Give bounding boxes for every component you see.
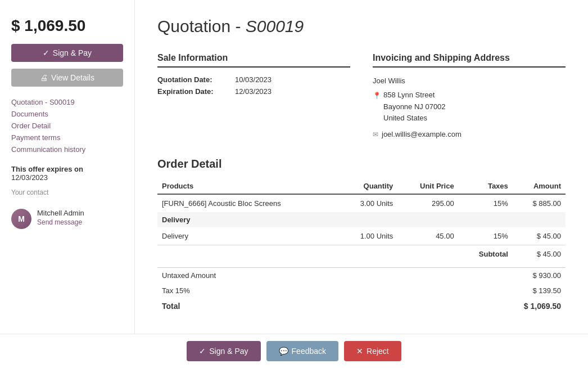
nav-communication-history[interactable]: Communication history <box>11 145 123 154</box>
your-contact-label: Your contact <box>11 189 123 196</box>
sale-info-title: Sale Information <box>157 53 350 68</box>
times-icon: ✕ <box>356 347 363 356</box>
delivery-name: Delivery <box>157 227 338 245</box>
tax-row: Tax 15% $ 139.50 <box>157 283 566 298</box>
send-message-link[interactable]: Send message <box>37 218 84 226</box>
sidebar-nav: Quotation - S00019 Documents Order Detai… <box>11 98 123 154</box>
shipping-email-line: ✉ joel.willis@example.com <box>373 129 566 141</box>
delivery-taxes: 15% <box>459 227 513 245</box>
expiration-date-value: 12/03/2023 <box>235 87 272 96</box>
shipping-address: 858 Lynn Street Bayonne NJ 07002 United … <box>383 89 446 124</box>
chat-icon: 💬 <box>279 347 288 356</box>
order-detail-title: Order Detail <box>157 158 566 170</box>
untaxed-label: Untaxed Amount <box>162 271 216 280</box>
subtotal-row: Subtotal $ 45.00 <box>157 245 566 263</box>
shipping-name: Joel Willis <box>373 75 566 87</box>
offer-expires: This offer expires on 12/03/2023 <box>11 165 123 182</box>
checkmark-icon: ✓ <box>43 48 49 57</box>
col-products: Products <box>157 178 338 194</box>
main-content: Quotation - S00019 Sale Information Quot… <box>135 0 588 368</box>
sale-information-section: Sale Information Quotation Date: 10/03/2… <box>157 53 350 141</box>
total-value: $ 1,069.50 <box>524 302 561 311</box>
product-taxes: 15% <box>459 194 513 212</box>
bottom-reject-button[interactable]: ✕ Reject <box>344 341 401 361</box>
avatar: M <box>11 209 31 229</box>
quotation-date-row: Quotation Date: 10/03/2023 <box>157 75 350 84</box>
sidebar: $ 1,069.50 ✓ Sign & Pay 🖨 View Details Q… <box>0 0 135 368</box>
contact-info: Mitchell Admin Send message <box>37 209 84 226</box>
product-amount: $ 885.00 <box>513 194 566 212</box>
col-unit-price: Unit Price <box>397 178 458 194</box>
delivery-group-label: Delivery <box>157 212 566 227</box>
tax-value: $ 139.50 <box>532 286 561 295</box>
email-icon: ✉ <box>373 129 378 140</box>
bottom-feedback-button[interactable]: 💬 Feedback <box>266 341 338 361</box>
shipping-street-line: 📍 858 Lynn Street Bayonne NJ 07002 Unite… <box>373 89 566 124</box>
sidebar-price: $ 1,069.50 <box>11 17 123 35</box>
subtotal-label: Subtotal <box>459 245 513 263</box>
quotation-date-value: 10/03/2023 <box>235 75 272 84</box>
nav-quotation[interactable]: Quotation - S00019 <box>11 98 123 106</box>
totals-section: Untaxed Amount $ 930.00 Tax 15% $ 139.50… <box>157 267 566 314</box>
bottom-sign-pay-button[interactable]: ✓ Sign & Pay <box>187 341 260 361</box>
col-taxes: Taxes <box>459 178 513 194</box>
contact-section: M Mitchell Admin Send message <box>11 209 123 229</box>
nav-payment-terms[interactable]: Payment terms <box>11 133 123 142</box>
address-block: Joel Willis 📍 858 Lynn Street Bayonne NJ… <box>373 75 566 141</box>
order-detail-section: Order Detail Products Quantity Unit Pric… <box>157 158 566 314</box>
checkmark-icon: ✓ <box>199 347 206 356</box>
untaxed-row: Untaxed Amount $ 930.00 <box>157 268 566 283</box>
contact-name: Mitchell Admin <box>37 209 84 217</box>
total-row: Total $ 1,069.50 <box>157 298 566 314</box>
tax-label: Tax 15% <box>162 286 190 295</box>
delivery-group-row: Delivery <box>157 212 566 227</box>
pin-icon: 📍 <box>373 91 381 101</box>
order-table: Products Quantity Unit Price Taxes Amoun… <box>157 178 566 263</box>
printer-icon: 🖨 <box>40 73 48 82</box>
delivery-unit-price: 45.00 <box>397 227 458 245</box>
col-amount: Amount <box>513 178 566 194</box>
shipping-section: Invoicing and Shipping Address Joel Will… <box>373 53 566 141</box>
table-header-row: Products Quantity Unit Price Taxes Amoun… <box>157 178 566 194</box>
nav-documents[interactable]: Documents <box>11 110 123 118</box>
product-quantity: 3.00 Units <box>338 194 397 212</box>
total-label: Total <box>162 302 180 311</box>
sidebar-view-details-button[interactable]: 🖨 View Details <box>11 69 123 87</box>
expiration-date-row: Expiration Date: 12/03/2023 <box>157 87 350 96</box>
two-col-section: Sale Information Quotation Date: 10/03/2… <box>157 53 566 141</box>
subtotal-value: $ 45.00 <box>513 245 566 263</box>
delivery-quantity: 1.00 Units <box>338 227 397 245</box>
nav-order-detail[interactable]: Order Detail <box>11 122 123 130</box>
sidebar-sign-pay-button[interactable]: ✓ Sign & Pay <box>11 44 123 62</box>
quotation-title: Quotation - S00019 <box>157 17 566 36</box>
product-unit-price: 295.00 <box>397 194 458 212</box>
table-row: [FURN_6666] Acoustic Bloc Screens 3.00 U… <box>157 194 566 212</box>
expiration-date-label: Expiration Date: <box>157 87 230 96</box>
untaxed-value: $ 930.00 <box>532 271 561 280</box>
bottom-bar: ✓ Sign & Pay 💬 Feedback ✕ Reject <box>0 334 588 368</box>
shipping-title: Invoicing and Shipping Address <box>373 53 566 68</box>
product-name: [FURN_6666] Acoustic Bloc Screens <box>157 194 338 212</box>
table-row: Delivery 1.00 Units 45.00 15% $ 45.00 <box>157 227 566 245</box>
delivery-amount: $ 45.00 <box>513 227 566 245</box>
col-quantity: Quantity <box>338 178 397 194</box>
quotation-date-label: Quotation Date: <box>157 75 230 84</box>
shipping-email: joel.willis@example.com <box>382 129 462 141</box>
